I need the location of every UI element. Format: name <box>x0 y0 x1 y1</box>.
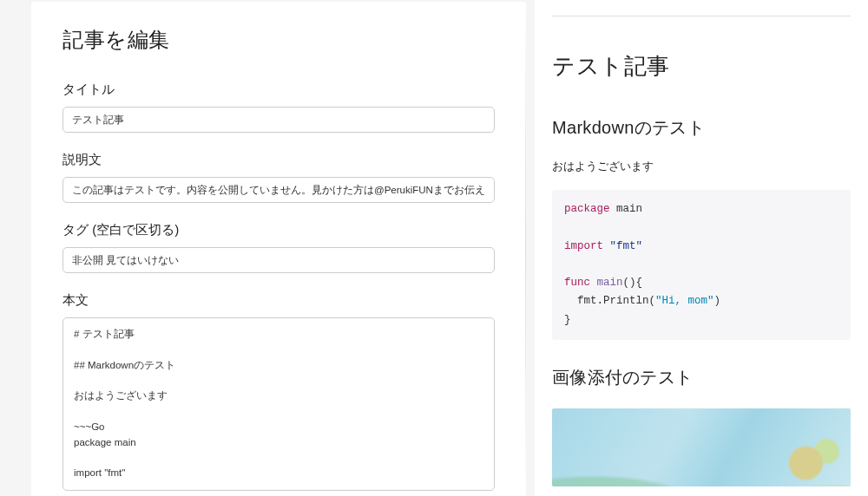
code-token-package-name: main <box>616 203 642 215</box>
preview-attached-image <box>552 408 851 486</box>
tags-input[interactable] <box>62 247 495 273</box>
field-tags: タグ (空白で区切る) <box>62 222 495 273</box>
code-token-brace-close: } <box>564 314 571 326</box>
code-token-brace-open: (){ <box>623 277 643 289</box>
tags-label: タグ (空白で区切る) <box>62 222 495 238</box>
code-token-func-kw: func <box>564 277 590 289</box>
code-block: package main import "fmt" func main(){ f… <box>552 190 851 340</box>
field-description: 説明文 <box>62 152 495 203</box>
preview-title: テスト記事 <box>552 51 868 82</box>
preview-top-rule <box>552 16 851 16</box>
body-label: 本文 <box>62 292 495 309</box>
preview-panel: テスト記事 Markdownのテスト おはようございます package mai… <box>535 0 868 496</box>
code-token-call: fmt.Println <box>577 295 649 307</box>
field-title: タイトル <box>62 82 495 133</box>
title-label: タイトル <box>62 82 495 98</box>
body-textarea[interactable] <box>62 317 495 491</box>
field-body: 本文 <box>62 292 495 494</box>
preview-image-section-heading: 画像添付のテスト <box>552 366 868 389</box>
page-title: 記事を編集 <box>62 26 495 54</box>
preview-paragraph: おはようございます <box>552 159 868 174</box>
code-token-arg: "Hi, mom" <box>655 295 714 307</box>
preview-section-heading: Markdownのテスト <box>552 116 868 140</box>
code-token-import-str: "fmt" <box>610 240 643 252</box>
editor-panel: 記事を編集 タイトル 説明文 タグ (空白で区切る) 本文 <box>31 2 526 496</box>
description-label: 説明文 <box>62 152 495 168</box>
code-token-import-kw: import <box>564 240 603 252</box>
title-input[interactable] <box>62 107 495 133</box>
code-token-func-name: main <box>597 277 623 289</box>
code-token-package-kw: package <box>564 203 610 215</box>
description-input[interactable] <box>62 177 495 203</box>
